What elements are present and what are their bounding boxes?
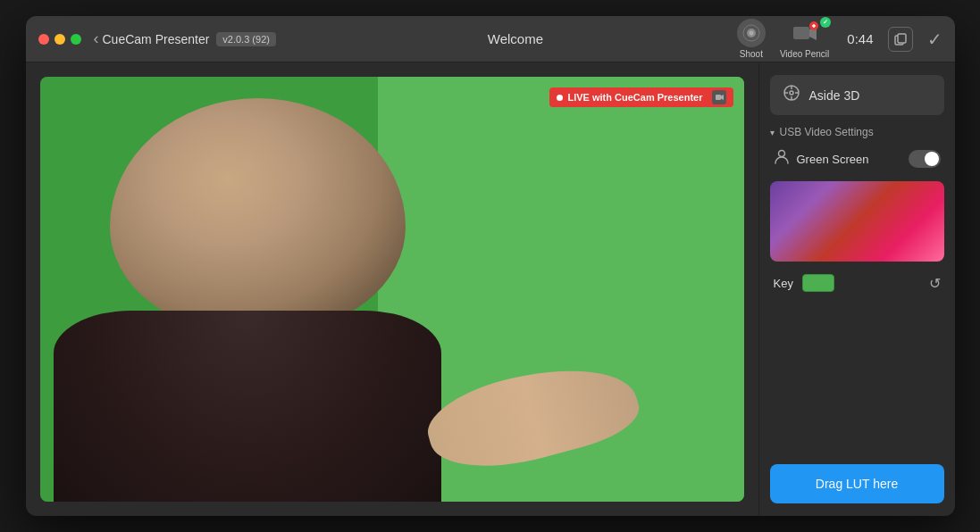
titlebar: ‹ CueCam Presenter v2.0.3 (92) Welcome S… — [26, 16, 955, 62]
back-button[interactable]: ‹ — [94, 29, 99, 48]
live-icon — [712, 90, 726, 104]
app-window: ‹ CueCam Presenter v2.0.3 (92) Welcome S… — [26, 16, 955, 516]
shoot-icon — [737, 19, 766, 47]
live-badge: LIVE with CueCam Presenter — [549, 87, 733, 107]
reset-icon[interactable]: ↺ — [929, 275, 941, 292]
traffic-lights — [38, 34, 81, 45]
video-feed: LIVE with CueCam Presenter — [40, 77, 744, 502]
svg-rect-9 — [898, 34, 906, 43]
right-panel: Aside 3D ▾ USB Video Settings Green Scre… — [758, 62, 955, 516]
page-title: Welcome — [294, 31, 737, 46]
close-button[interactable] — [38, 34, 49, 45]
svg-point-2 — [749, 31, 753, 36]
svg-rect-10 — [716, 95, 721, 100]
drag-lut-button[interactable]: Drag LUT here — [770, 464, 944, 503]
green-screen-label: Green Screen — [797, 153, 901, 166]
section-header-usb[interactable]: ▾ USB Video Settings — [770, 126, 944, 138]
confirm-button[interactable]: ✓ — [927, 29, 942, 50]
key-row: Key ↺ — [770, 274, 944, 292]
toggle-knob — [925, 152, 939, 166]
video-pencil-label: Video Pencil — [780, 49, 829, 59]
video-panel: LIVE with CueCam Presenter — [26, 62, 758, 516]
svg-marker-11 — [721, 95, 724, 100]
minimize-button[interactable] — [54, 34, 65, 45]
section-title-usb: USB Video Settings — [780, 126, 874, 138]
person-icon — [774, 149, 790, 169]
background-preview[interactable] — [770, 181, 944, 262]
scene-selector[interactable]: Aside 3D — [770, 75, 944, 115]
video-pencil-button[interactable]: ✓ Video Pencil — [780, 19, 829, 59]
svg-rect-3 — [793, 27, 809, 39]
maximize-button[interactable] — [71, 34, 81, 45]
svg-point-18 — [778, 151, 784, 157]
shoot-button[interactable]: Shoot — [737, 19, 766, 59]
app-title: CueCam Presenter — [103, 32, 210, 46]
shoot-label: Shoot — [740, 49, 763, 59]
video-pencil-icon: ✓ — [791, 19, 819, 47]
person-torso — [54, 311, 440, 502]
live-dot — [557, 95, 563, 101]
chevron-down-icon: ▾ — [770, 128, 775, 137]
scene-name: Aside 3D — [809, 88, 860, 103]
content-area: LIVE with CueCam Presenter — [26, 62, 955, 516]
green-screen-toggle[interactable] — [909, 150, 941, 168]
live-text: LIVE with CueCam Presenter — [568, 92, 703, 103]
green-screen-row: Green Screen — [770, 149, 944, 169]
version-badge: v2.0.3 (92) — [216, 32, 276, 46]
camera-icon — [737, 19, 766, 47]
key-label: Key — [774, 277, 793, 290]
timer-display: 0:44 — [847, 31, 873, 46]
toolbar-right: Shoot ✓ Video Pencil 0:44 — [737, 19, 942, 59]
copy-button[interactable] — [888, 27, 913, 52]
key-color-swatch[interactable] — [802, 274, 834, 292]
check-badge: ✓ — [820, 17, 831, 28]
svg-point-17 — [790, 91, 793, 95]
crosshair-icon — [783, 84, 800, 106]
video-content — [40, 77, 744, 502]
